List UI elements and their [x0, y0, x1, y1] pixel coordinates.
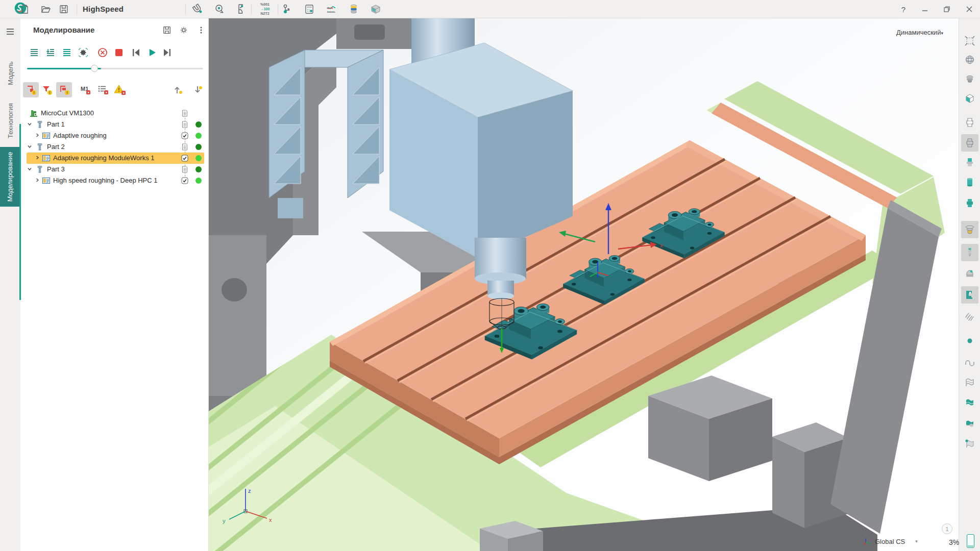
save-button[interactable] [58, 3, 70, 15]
drill-tool-icon[interactable] [961, 244, 978, 261]
flag-half-icon[interactable] [961, 416, 978, 433]
tool-stack-button[interactable] [348, 3, 360, 15]
close-button[interactable] [963, 3, 976, 16]
status-dot-calculated [195, 144, 202, 150]
operation-icon [42, 132, 51, 140]
sim-to-start-icon[interactable] [129, 46, 142, 59]
settings-gear-icon[interactable] [178, 24, 189, 36]
chevron-right-icon[interactable] [35, 133, 40, 138]
point-marker-icon[interactable] [961, 332, 978, 349]
tab-model[interactable]: Модель [0, 56, 20, 90]
operation-count-badge: 1 [942, 523, 952, 534]
more-options-icon[interactable] [195, 24, 207, 36]
view-mode-dropdown[interactable]: Динамический▾ [896, 29, 943, 36]
checkbox-checked-icon[interactable] [181, 132, 188, 139]
speed-slider-track[interactable] [27, 68, 203, 69]
control-panel-button[interactable] [303, 3, 315, 15]
new-file-button[interactable] [19, 3, 31, 15]
filter-rapid-moves-button[interactable]: ! [23, 82, 39, 97]
document-icon[interactable] [181, 121, 188, 128]
sim-mode-step-icon[interactable] [44, 46, 57, 59]
tool-head-icon[interactable] [961, 264, 978, 282]
speed-slider-thumb[interactable] [91, 65, 98, 72]
tree-row-op-hpc[interactable]: High speed roughing - Deep HPC 1 [27, 175, 204, 186]
chevron-right-icon[interactable] [35, 155, 40, 160]
fit-view-icon[interactable] [961, 32, 978, 49]
chevron-down-icon[interactable] [27, 121, 32, 127]
part-solid-icon[interactable] [961, 134, 978, 152]
move-up-button[interactable] [173, 84, 184, 95]
tree-row-part3[interactable]: Part 3 [27, 164, 204, 175]
coordinate-system-selector[interactable]: Global CS ▾ [863, 537, 918, 546]
filter-operations-list-button[interactable] [95, 82, 111, 97]
sim-settings-icon[interactable] [77, 46, 90, 59]
part-teal-band-icon[interactable] [961, 154, 978, 171]
sim-to-end-icon[interactable] [161, 46, 174, 59]
part-outline-icon[interactable] [961, 114, 978, 131]
flowchart-button[interactable] [281, 3, 293, 15]
minimize-button[interactable] [918, 3, 932, 16]
gcode-line2: →100 [255, 7, 275, 11]
document-icon[interactable] [181, 166, 188, 173]
shaded-sphere-icon[interactable] [961, 51, 978, 68]
filter-m1-stops-button[interactable]: M1 [78, 82, 93, 97]
flag-filled-icon[interactable] [961, 394, 978, 412]
filter-warnings-button[interactable]: ! [112, 82, 128, 97]
flag-marked-icon[interactable] [961, 435, 978, 453]
chevron-down-icon[interactable] [27, 144, 32, 149]
stock-box-button[interactable] [370, 3, 382, 15]
project-title: HighSpeed [83, 5, 124, 13]
sim-abort-icon[interactable] [96, 46, 109, 59]
panel-splitter[interactable] [19, 124, 21, 300]
filter-funnel-button[interactable]: ! [39, 82, 55, 97]
flag-outline-icon[interactable] [961, 374, 978, 391]
tree-row-machine[interactable]: MicroCut VM1300 [27, 108, 204, 119]
sim-play-icon[interactable] [145, 46, 159, 59]
viewport-3d[interactable]: x z x y [209, 18, 959, 551]
svg-text:y: y [223, 518, 226, 524]
gray-part-icon[interactable] [961, 70, 978, 88]
main-menu-button[interactable] [4, 26, 16, 38]
washer-stack-icon[interactable] [961, 221, 978, 238]
toolpath-hatch-icon[interactable] [961, 308, 978, 325]
tree-row-op-adaptive[interactable]: Adaptive roughing [27, 130, 204, 141]
sim-mode-continuous-icon[interactable] [60, 46, 74, 59]
tab-simulation[interactable]: Моделирование [0, 147, 20, 207]
stock-cylinder-icon[interactable] [961, 173, 978, 191]
chevron-right-icon[interactable] [35, 178, 40, 183]
chevron-down-icon[interactable] [27, 166, 32, 171]
spline-curve-icon[interactable] [961, 354, 978, 371]
part-teal-icon[interactable] [961, 194, 978, 212]
move-down-button[interactable] [192, 84, 203, 95]
tab-technology[interactable]: Технология [0, 93, 20, 148]
gcode-preview-button[interactable]: %001 →100 N2T2 [255, 2, 275, 16]
open-file-button[interactable] [40, 3, 52, 15]
tree-row-label: High speed roughing - Deep HPC 1 [53, 177, 158, 184]
sim-mode-list-icon[interactable] [28, 46, 41, 59]
machine-sim-icon[interactable] [961, 286, 978, 304]
tree-row-part2[interactable]: Part 2 [27, 141, 204, 153]
measure-tape-button[interactable] [213, 3, 226, 15]
tree-row-label: Adaptive roughing ModuleWorks 1 [53, 154, 155, 162]
checkbox-checked-icon[interactable] [181, 155, 188, 162]
graph-analysis-button[interactable] [325, 3, 337, 15]
snap-magnet-button[interactable] [191, 3, 204, 15]
caliper-button[interactable] [234, 3, 247, 15]
document-icon[interactable] [181, 110, 188, 117]
machine-icon [30, 109, 38, 117]
sim-stop-icon[interactable] [112, 46, 126, 59]
svg-text:!: ! [66, 90, 68, 95]
panel-title: Моделирование [33, 26, 94, 34]
iso-cube-icon[interactable] [961, 90, 978, 107]
tree-row-op-adaptive-mw-selected[interactable]: Adaptive roughing ModuleWorks 1 [27, 153, 204, 164]
gcode-line1: %001 [255, 2, 275, 7]
maximize-button[interactable] [940, 3, 953, 16]
help-button[interactable]: ? [897, 3, 910, 16]
tree-row-part1[interactable]: Part 1 [27, 119, 204, 130]
document-icon[interactable] [181, 143, 188, 151]
save-state-icon[interactable] [161, 24, 173, 36]
operation-icon [42, 154, 51, 162]
checkbox-checked-icon[interactable] [181, 177, 188, 184]
filter-feed-moves-button[interactable]: ! [56, 82, 72, 97]
part-icon [36, 143, 44, 151]
